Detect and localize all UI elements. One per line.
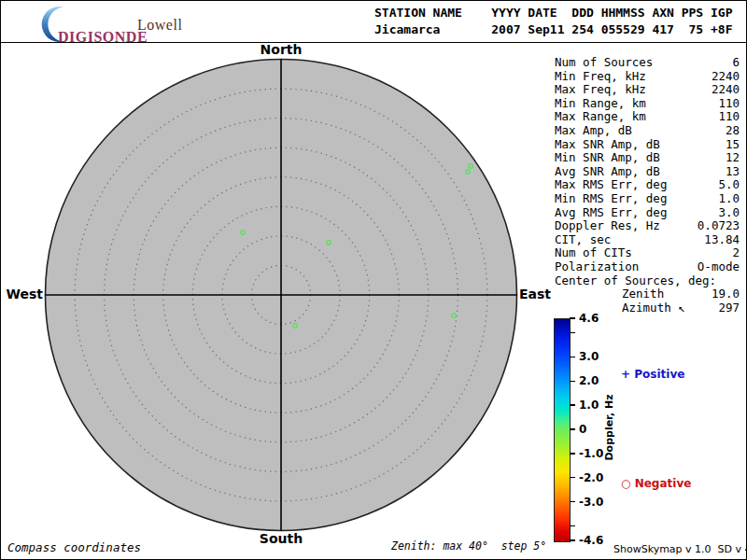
- stat-value: 6: [732, 56, 740, 70]
- source-marker: [241, 231, 245, 234]
- stat-value: 2240: [712, 70, 740, 84]
- compass-label-west: West: [7, 287, 44, 301]
- zenith-ring: [222, 236, 340, 354]
- colorbar-tick-label: 1.0: [579, 399, 599, 412]
- zenith-ring: [163, 177, 400, 413]
- stat-row: Num of Sources6: [555, 56, 740, 70]
- compass-label-north: North: [261, 42, 303, 57]
- legend-positive: + Positive: [621, 368, 684, 381]
- compass-label-east: East: [519, 287, 551, 301]
- stat-label: Max SNR Amp, dB: [555, 138, 660, 152]
- colorbar-tick: [570, 453, 575, 454]
- zenith-ring: [192, 206, 369, 383]
- colorbar-tick-label: -2.0: [579, 470, 603, 483]
- legend-positive-label: Positive: [634, 368, 684, 381]
- stat-label: Max RMS Err, deg: [555, 178, 667, 192]
- stat-label: Max Amp, dB: [555, 124, 632, 138]
- colorbar-tick: [570, 332, 575, 333]
- colorbar-tick: [570, 501, 575, 502]
- stat-row: CIT, sec13.84: [555, 233, 740, 247]
- source-marker: [293, 324, 297, 328]
- stat-label: Min Range, km: [555, 97, 646, 111]
- zenith-ring: [75, 89, 487, 501]
- stat-label: Center of Sources, deg:: [555, 274, 716, 288]
- stat-label: Num of Sources: [555, 56, 653, 70]
- stat-row: PolarizationO-mode: [555, 260, 740, 274]
- stat-label: CIT, sec: [555, 233, 611, 247]
- lowell-digisonde-logo: Lowell DIGISONDE: [38, 5, 234, 42]
- station-header-values: Jicamarca 2007 Sep11 254 055529 417 75 +…: [374, 22, 733, 36]
- compass-label-south: South: [260, 531, 303, 546]
- stat-value: 19.0: [712, 287, 740, 301]
- stat-label: Polarization: [555, 260, 639, 274]
- legend-negative: ○ Negative: [621, 477, 691, 490]
- colorbar-tick: [570, 428, 575, 429]
- stat-value: 12: [726, 151, 740, 165]
- stat-value: O-mode: [698, 260, 740, 274]
- stat-label: Azimuth ↖: [622, 301, 685, 315]
- stat-row: Max RMS Err, deg5.0: [555, 178, 740, 192]
- stat-label: Num of CITs: [555, 246, 632, 260]
- stat-row: Max SNR Amp, dB15: [555, 138, 740, 152]
- stat-row: Num of CITs2: [555, 246, 740, 260]
- stat-value: 1.0: [718, 192, 740, 206]
- stat-value: 297: [718, 301, 740, 315]
- stat-row: Max Freq, kHz2240: [555, 83, 740, 97]
- colorbar-tick-label: -4.6: [579, 534, 603, 547]
- stat-value: 110: [718, 110, 740, 124]
- source-marker: [327, 241, 331, 245]
- zenith-ring: [105, 119, 458, 472]
- stat-value: 2: [732, 246, 740, 260]
- logo-text-digisonde: DIGISONDE: [58, 29, 148, 46]
- stat-row: Min SNR Amp, dB12: [555, 151, 740, 165]
- stat-row: Zenith19.0: [555, 287, 740, 301]
- colorbar-tick: [570, 357, 575, 357]
- zenith-scale-note: Zenith: max 40° step 5°: [391, 539, 546, 553]
- colorbar-tick: [570, 477, 575, 478]
- skymap-sources: [241, 164, 472, 328]
- stat-value: 0.0723: [698, 219, 740, 233]
- stat-row: Min RMS Err, deg1.0: [555, 192, 740, 206]
- colorbar-tick: [570, 539, 575, 540]
- stat-row: Center of Sources, deg:: [555, 274, 740, 288]
- stat-value: 2240: [712, 83, 740, 97]
- stat-row: Min Freq, kHz2240: [555, 70, 740, 84]
- colorbar-axis-label: Doppler, Hz: [603, 394, 615, 460]
- stat-label: Max Freq, kHz: [555, 83, 646, 97]
- colorbar-tick-label: 4.6: [579, 312, 599, 325]
- stat-label: Min Freq, kHz: [555, 70, 646, 84]
- stat-label: Min SNR Amp, dB: [555, 151, 660, 165]
- stat-value: 15: [726, 138, 740, 152]
- stat-row: Avg RMS Err, deg3.0: [555, 206, 740, 220]
- stat-label: Avg RMS Err, deg: [555, 206, 667, 220]
- stat-label: Avg SNR Amp, dB: [555, 165, 660, 179]
- zenith-ring: [134, 147, 429, 442]
- plus-marker-icon: +: [621, 368, 630, 381]
- stat-value: 13.84: [704, 233, 740, 247]
- colorbar-tick: [570, 525, 575, 526]
- colorbar-tick-label: -3.0: [579, 495, 603, 508]
- colorbar-tick: [570, 317, 575, 318]
- colorbar-tick-label: 0: [579, 423, 586, 436]
- station-header: STATION NAME YYYY DATE DDD HHMMSS AXN PP…: [374, 5, 733, 38]
- colorbar-tick: [570, 381, 575, 382]
- stat-label: Doppler Res, Hz: [555, 219, 660, 233]
- circle-marker-icon: ○: [621, 477, 630, 490]
- colorbar-tick-label: 3.0: [579, 350, 599, 363]
- colorbar-tick: [570, 404, 575, 405]
- source-marker: [469, 164, 472, 168]
- skymap-rings: [75, 89, 487, 501]
- colorbar-gradient: [554, 318, 571, 542]
- source-marker: [452, 314, 456, 317]
- stat-row: Max Amp, dB28: [555, 124, 740, 138]
- source-marker: [466, 170, 470, 174]
- version-label: ShowSkymap v 1.0 SD v 4.2: [613, 543, 747, 555]
- stat-value: 13: [726, 165, 740, 179]
- colorbar-tick-label: -1.0: [579, 447, 603, 460]
- stat-row: Min Range, km110: [555, 97, 740, 111]
- stat-row: Doppler Res, Hz0.0723: [555, 219, 740, 233]
- showskymap-window: Lowell DIGISONDE STATION NAME YYYY DATE …: [0, 0, 747, 560]
- zenith-ring: [251, 265, 310, 324]
- header-divider: [1, 42, 746, 43]
- stat-row: Max Range, km110: [555, 110, 740, 124]
